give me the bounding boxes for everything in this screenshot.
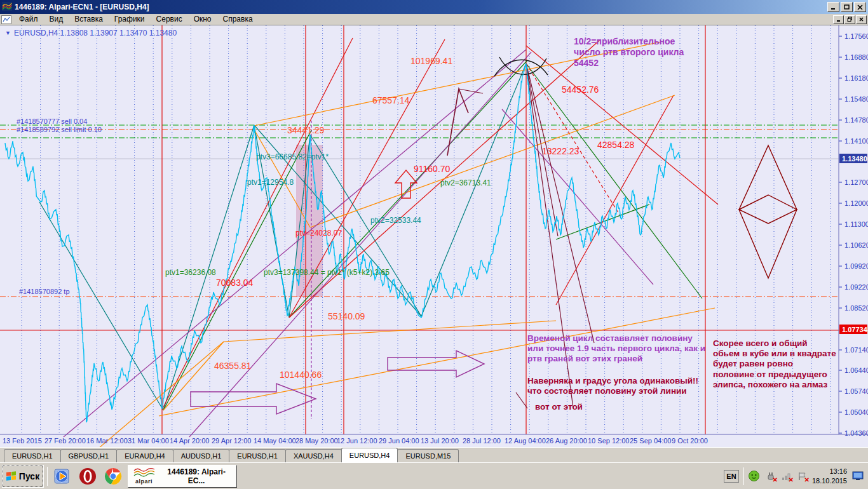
time-axis-label: 31 Mar 04:00 — [128, 437, 169, 445]
start-button[interactable]: Пуск — [3, 466, 43, 487]
price-axis-label: 1.12700 — [844, 178, 868, 186]
shape-outline — [739, 195, 797, 224]
time-axis-label: 29 Apr 12:00 — [212, 437, 251, 445]
price-axis-label: 1.10620 — [844, 241, 868, 249]
price-axis-label: 1.12000 — [844, 199, 868, 207]
tab-xauusd-h4[interactable]: XAUUSD,H4 — [285, 449, 342, 462]
tab-eurusd-h1[interactable]: EURUSD,H1 — [229, 449, 286, 462]
trend-line — [51, 342, 224, 447]
tab-eurusd-h4[interactable]: EURUSD,H4 — [341, 448, 398, 462]
menu-item-insert[interactable]: Вставка — [69, 14, 109, 25]
trend-line — [224, 321, 556, 342]
time-axis-label: 16 Mar 12:00 — [86, 437, 128, 445]
price-axis-label: 1.08520 — [844, 304, 868, 312]
collapse-arrow-icon[interactable]: ▼ — [5, 30, 11, 36]
chart-annotation: Временой цикл составвляет половинуили то… — [527, 333, 705, 365]
tab-gbpusd-h1[interactable]: GBPUSD,H1 — [60, 449, 118, 462]
close-button[interactable] — [854, 2, 866, 12]
tab-eurusd-m15[interactable]: EURUSD,M15 — [397, 449, 459, 462]
tab-eurusd-h1[interactable]: EURUSD,H1 — [4, 449, 61, 462]
chart-annotation: вот от этой — [535, 402, 583, 412]
time-axis-label: 26 Aug 20:00 — [546, 437, 587, 445]
minimize-button[interactable] — [827, 2, 839, 12]
time-axis-label: 9 Oct 20:00 — [672, 437, 708, 445]
price-axis-label: 1.14780 — [844, 116, 868, 124]
freehand-arrow — [447, 89, 468, 156]
chart-annotation: 91160.70 — [414, 164, 450, 175]
maximize-button[interactable] — [841, 2, 853, 12]
time-axis-label: 12 Aug 04:00 — [505, 437, 546, 445]
tab-audusd-h1[interactable]: AUDUSD,H1 — [173, 449, 230, 462]
level-price-tag-text: 1.07734 — [842, 326, 868, 333]
clock-time: 13:16 — [812, 467, 847, 476]
power-tray-icon[interactable]: ✕ — [764, 471, 776, 482]
chart-annotation: 46355.81 — [214, 361, 251, 372]
tab-euraud-h4[interactable]: EURAUD,H4 — [116, 449, 173, 462]
chart-window-icon[interactable] — [1, 15, 11, 24]
shape-outline — [388, 351, 484, 377]
price-axis-label: 1.11300 — [844, 220, 868, 228]
child-close-button[interactable] — [856, 15, 867, 24]
price-axis-label: 1.04360 — [844, 429, 868, 437]
time-axis-label: 12 Jun 12:00 — [337, 437, 377, 445]
chrome-icon[interactable] — [102, 466, 124, 487]
menu-items: ФайлВидВставкаГрафикиСервисОкноСправка — [13, 14, 259, 25]
language-indicator[interactable]: EN — [724, 470, 739, 483]
menu-item-file[interactable]: Файл — [13, 14, 44, 25]
menu-item-view[interactable]: Вид — [44, 14, 69, 25]
trend-line — [39, 202, 163, 410]
windows-logo-icon — [6, 471, 17, 481]
price-axis-label: 1.05040 — [844, 408, 868, 416]
opera-icon[interactable] — [77, 466, 98, 487]
taskbar-clock[interactable]: 13:16 18.10.2015 — [812, 467, 847, 486]
trend-line — [421, 64, 526, 316]
media-player-icon[interactable] — [51, 466, 73, 487]
menu-item-help[interactable]: Справка — [217, 14, 259, 25]
chart-ohlc-header: ▼ EURUSD,H4 1.13808 1.13907 1.13470 1.13… — [5, 29, 177, 37]
chart-annotation: 13222.23 — [542, 146, 579, 157]
price-axis-label: 1.15480 — [844, 95, 868, 103]
time-axis-label: 25 Sep 04:00 — [630, 437, 671, 445]
chart-annotation: 101969.41 — [410, 56, 452, 67]
price-axis-label: 1.14100 — [844, 137, 868, 145]
trend-line — [459, 89, 483, 93]
chart-annotation: 101440.66 — [280, 370, 322, 380]
start-label: Пуск — [19, 471, 39, 481]
chart-annotation: 10/2=приблизительноечисло ртв второго ци… — [574, 36, 684, 68]
chart-annotation: ptv2=36713.41 — [440, 178, 491, 187]
network-tray-icon[interactable]: ✕ — [780, 471, 792, 482]
chart-annotation: 54452.76 — [562, 84, 599, 95]
price-axis-label: 1.17560 — [844, 32, 868, 40]
child-restore-button[interactable] — [844, 15, 855, 24]
time-axis-label: 13 Feb 2015 — [3, 437, 42, 445]
chart-annotation: 67557.14 — [372, 95, 409, 106]
price-axis-label: 1.06440 — [844, 366, 868, 374]
taskbar: Пуск — [0, 462, 868, 489]
chart-annotation: ptv1=12954.8 — [247, 178, 294, 187]
price-axis-label: 1.16880 — [844, 53, 868, 61]
flag-tray-icon[interactable]: ✕ — [796, 471, 808, 482]
chart-annotation: ptv3=137398.44 = ptv1* (k5+k2) 3.65 — [264, 268, 390, 277]
chart-area[interactable]: 1.175601.168801.161801.154801.147801.141… — [0, 25, 868, 447]
menu-item-tools[interactable]: Сервис — [151, 14, 188, 25]
menu-item-window[interactable]: Окно — [188, 14, 217, 25]
time-axis-label: 14 Apr 20:00 — [170, 437, 209, 445]
shape-outline — [739, 145, 797, 278]
chart-annotation: ptv2=32533.44 — [370, 216, 421, 225]
chart-annotation: 55140.09 — [328, 311, 365, 322]
show-desktop-button[interactable] — [851, 471, 864, 482]
desktop: 1446189: Alpari-ECN1 - [EURUSD,H4] ФайлВ… — [0, 0, 868, 489]
chart-annotation: ptv=24028.07 — [295, 229, 342, 238]
trend-line — [526, 64, 594, 343]
time-axis-label: 27 Feb 20:00 — [44, 437, 86, 445]
price-axis-label: 1.09220 — [844, 283, 868, 291]
app-icon — [2, 2, 12, 13]
taskbar-window-label: 1446189: Alpari-EC... — [159, 467, 233, 485]
child-minimize-button[interactable] — [833, 15, 844, 24]
chart-annotation: #1418570777 sell 0.04 — [17, 117, 87, 126]
menu-item-charts[interactable]: Графики — [109, 14, 151, 25]
chart-annotation: Скорее всего и общийобьем в кубе или в к… — [713, 338, 836, 390]
antivirus-tray-icon[interactable] — [749, 471, 760, 482]
taskbar-window-button[interactable]: alpari 1446189: Alpari-EC... — [128, 465, 237, 488]
chart-annotation: ptv1=36236,08 — [165, 268, 216, 277]
